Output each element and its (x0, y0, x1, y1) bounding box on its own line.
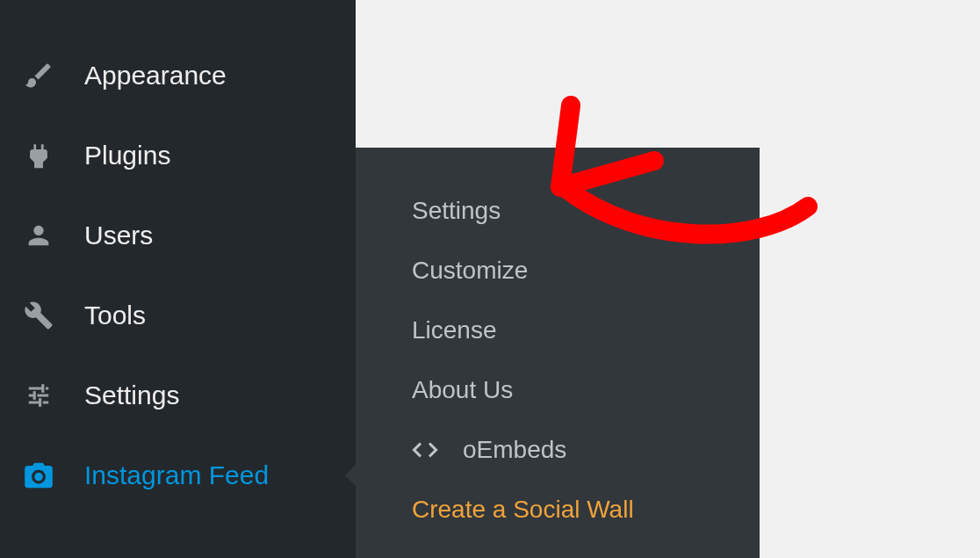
submenu-item-label: About Us (412, 376, 513, 404)
sidebar-item-settings[interactable]: Settings (0, 355, 356, 435)
sidebar-item-plugins[interactable]: Plugins (0, 115, 356, 195)
sidebar-item-appearance[interactable]: Appearance (0, 35, 356, 115)
camera-icon (21, 458, 56, 493)
submenu-item-settings[interactable]: Settings (412, 181, 716, 241)
sidebar-item-users[interactable]: Users (0, 195, 356, 275)
submenu-panel: Settings Customize License About Us oEmb… (356, 148, 760, 558)
wrench-icon (21, 298, 56, 333)
sidebar-item-instagram-feed[interactable]: Instagram Feed (0, 435, 356, 515)
plug-icon (21, 138, 56, 173)
submenu-item-label: License (412, 316, 497, 344)
sidebar-item-tools[interactable]: Tools (0, 275, 356, 355)
svg-rect-0 (41, 384, 44, 393)
submenu-item-license[interactable]: License (412, 301, 716, 360)
sidebar-item-label: Tools (84, 301, 146, 330)
sliders-icon (21, 378, 56, 413)
sidebar-item-label: Appearance (84, 61, 227, 91)
code-icon (412, 437, 442, 463)
sidebar-item-label: Instagram Feed (84, 460, 269, 490)
submenu-item-label: oEmbeds (463, 436, 566, 464)
user-icon (21, 218, 56, 253)
submenu-item-label: Settings (412, 197, 501, 225)
submenu-item-label: Create a Social Wall (412, 496, 634, 524)
submenu-item-label: Customize (412, 257, 528, 285)
sidebar-item-label: Settings (84, 380, 179, 410)
submenu-item-create-social-wall[interactable]: Create a Social Wall (412, 480, 716, 540)
svg-rect-1 (33, 391, 36, 400)
submenu-item-about-us[interactable]: About Us (412, 360, 716, 420)
paintbrush-icon (21, 58, 56, 93)
admin-sidebar: Appearance Plugins Users Tools Settings … (0, 0, 356, 558)
sidebar-item-label: Users (84, 221, 153, 250)
submenu-item-customize[interactable]: Customize (412, 241, 716, 301)
sidebar-item-label: Plugins (84, 141, 170, 170)
submenu-item-oembeds[interactable]: oEmbeds (412, 420, 716, 480)
svg-rect-2 (39, 398, 41, 407)
